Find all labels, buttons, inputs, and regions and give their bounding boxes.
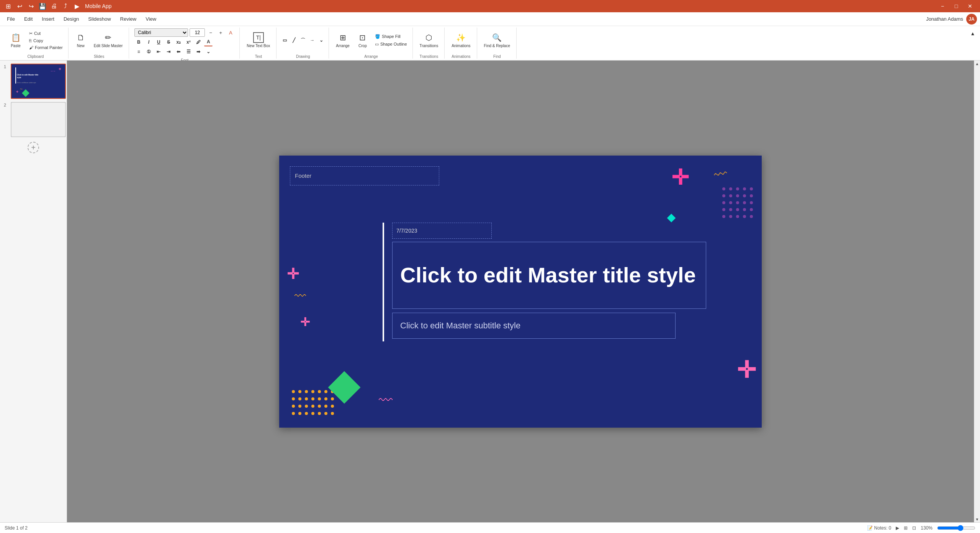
zoom-level: 130% [921, 525, 933, 531]
crop-icon: ⊡ [357, 32, 368, 43]
deco-zigzag-bottom: 〰 [379, 392, 393, 408]
title-text: Click to edit Master title style [400, 263, 696, 287]
format-painter-label: Format Painter [35, 45, 63, 50]
zoom-slider[interactable] [937, 525, 975, 531]
align-left-button[interactable]: ⬅ [174, 48, 183, 56]
indent-increase-button[interactable]: ⇥ [164, 48, 173, 56]
deco-cross-left-lower: ✛ [300, 317, 310, 328]
arrange-icon: ⊞ [337, 32, 348, 43]
print-icon[interactable]: 🖨 [51, 3, 57, 10]
increase-font-btn[interactable]: + [216, 28, 225, 37]
new-slide-icon: 🗋 [75, 32, 86, 43]
grid-view-button[interactable]: ⊞ [904, 525, 908, 531]
font-row-2: B I U S x₂ x² 🖊 A [134, 38, 235, 46]
font-size-input[interactable] [190, 28, 205, 37]
share-icon[interactable]: ⤴ [62, 3, 69, 10]
text-color-button[interactable]: A [204, 38, 213, 46]
find-replace-group-label: Find [493, 54, 501, 59]
notes-icon: 📝 [867, 525, 873, 531]
ribbon-group-shapes: ▭ ╱ ⌒ → ⌄ Drawing [277, 28, 329, 59]
bullets-button[interactable]: ≡ [134, 48, 143, 56]
ribbon-group-find-replace: 🔍 Find & Replace Find [478, 28, 517, 59]
shape-select-btn[interactable]: ▭ [280, 36, 289, 44]
notes-button[interactable]: 📝 Notes: 0 [867, 525, 892, 531]
strikethrough-button[interactable]: S [164, 38, 173, 46]
ribbon-group-arrange: ⊞ Arrange ⊡ Crop 🪣 Shape Fill ▭ Shape Ou… [330, 28, 412, 59]
collapse-ribbon-button[interactable]: ▲ [969, 29, 977, 38]
animations-button[interactable]: ✨ Animations [448, 31, 473, 50]
paste-button[interactable]: 📋 Paste [6, 31, 25, 50]
ribbon-group-animations: ✨ Animations Animations [445, 28, 477, 59]
decrease-font-btn[interactable]: − [206, 28, 215, 37]
align-right-button[interactable]: ➡ [194, 48, 203, 56]
normal-view-icon: ⊡ [912, 525, 916, 531]
highlight-button[interactable]: 🖊 [194, 38, 203, 46]
slide-thumb-1-inner: ✛ ● ● ● ✛ 〜 Click to edit Master titlest… [11, 64, 65, 98]
add-slide-button[interactable]: + [28, 142, 39, 153]
shape-more-btn[interactable]: ⌄ [317, 36, 326, 44]
menu-file[interactable]: File [3, 15, 19, 23]
normal-view-button[interactable]: ⊡ [912, 525, 916, 531]
shape-line-btn[interactable]: ╱ [290, 36, 298, 44]
align-center-button[interactable]: ☰ [184, 48, 193, 56]
new-slide-button[interactable]: 🗋 New [72, 31, 89, 50]
transitions-icon: ⬡ [424, 32, 434, 43]
play-icon: ▶ [896, 525, 899, 531]
menu-design[interactable]: Design [60, 15, 83, 23]
ribbon-collapse: ▲ [969, 28, 977, 59]
copy-button[interactable]: ⎘ Copy [27, 38, 65, 44]
menu-edit[interactable]: Edit [20, 15, 36, 23]
format-painter-button[interactable]: 🖌 Format Painter [27, 44, 65, 51]
play-button[interactable]: ▶ [896, 525, 899, 531]
deco-dots-bottomleft [291, 389, 334, 416]
font-family-select[interactable]: Calibri [134, 28, 188, 37]
shape-outline-label: Shape Outline [380, 42, 407, 46]
slide-thumb-1[interactable]: ✛ ● ● ● ✛ 〜 Click to edit Master titlest… [11, 64, 66, 99]
subtitle-box[interactable]: Click to edit Master subtitle style [392, 313, 676, 339]
scroll-up-arrow[interactable]: ▲ [974, 61, 980, 67]
menu-review[interactable]: Review [116, 15, 141, 23]
close-button[interactable]: ✕ [965, 2, 975, 10]
date-box[interactable]: 7/7/2023 [392, 223, 492, 239]
save-icon[interactable]: 💾 [39, 3, 46, 10]
crop-button[interactable]: ⊡ Crop [354, 31, 371, 50]
slides-group-label: Slides [94, 54, 104, 59]
menu-view[interactable]: View [142, 15, 160, 23]
title-box[interactable]: Click to edit Master title style [392, 242, 706, 309]
superscript-button[interactable]: x² [184, 38, 193, 46]
menu-insert[interactable]: Insert [38, 15, 58, 23]
indent-decrease-button[interactable]: ⇤ [154, 48, 163, 56]
font-color-btn[interactable]: A [226, 28, 235, 37]
numbering-button[interactable]: ① [144, 48, 153, 56]
menu-bar: File Edit Insert Design Slideshow Review… [0, 12, 980, 26]
subscript-button[interactable]: x₂ [174, 38, 183, 46]
copy-icon: ⎘ [29, 38, 32, 43]
edit-slide-master-button[interactable]: ✏ Edit Slide Master [91, 31, 126, 50]
present-icon[interactable]: ▶ [74, 3, 80, 10]
shape-outline-button[interactable]: ▭ Shape Outline [373, 41, 409, 48]
more-paragraph-button[interactable]: ⌄ [204, 48, 213, 56]
find-replace-button[interactable]: 🔍 Find & Replace [481, 31, 513, 50]
new-text-box-button[interactable]: T| New Text Box [244, 31, 273, 50]
italic-button[interactable]: I [144, 38, 153, 46]
menu-slideshow[interactable]: Slideshow [84, 15, 115, 23]
transitions-button[interactable]: ⬡ Transitions [417, 31, 442, 50]
cut-button[interactable]: ✂ Cut [27, 30, 65, 37]
scroll-right: ▲ ▼ [974, 61, 980, 522]
footer-box[interactable]: Footer [290, 166, 439, 185]
slide-thumb-2[interactable] [11, 102, 66, 137]
shape-curve-btn[interactable]: ⌒ [299, 36, 307, 44]
undo-icon[interactable]: ↩ [16, 3, 23, 10]
date-text: 7/7/2023 [396, 228, 417, 234]
scroll-down-arrow[interactable]: ▼ [974, 516, 980, 522]
maximize-button[interactable]: □ [951, 2, 962, 10]
minimize-button[interactable]: − [937, 2, 948, 10]
shape-fill-button[interactable]: 🪣 Shape Fill [373, 33, 409, 40]
arrange-button[interactable]: ⊞ Arrange [333, 31, 353, 50]
underline-button[interactable]: U [154, 38, 163, 46]
shape-arrow-btn[interactable]: → [308, 36, 316, 44]
redo-icon[interactable]: ↪ [28, 3, 34, 10]
bold-button[interactable]: B [134, 38, 143, 46]
arrange-label: Arrange [336, 44, 350, 48]
slide-thumb-2-wrapper: 2 [11, 102, 64, 137]
